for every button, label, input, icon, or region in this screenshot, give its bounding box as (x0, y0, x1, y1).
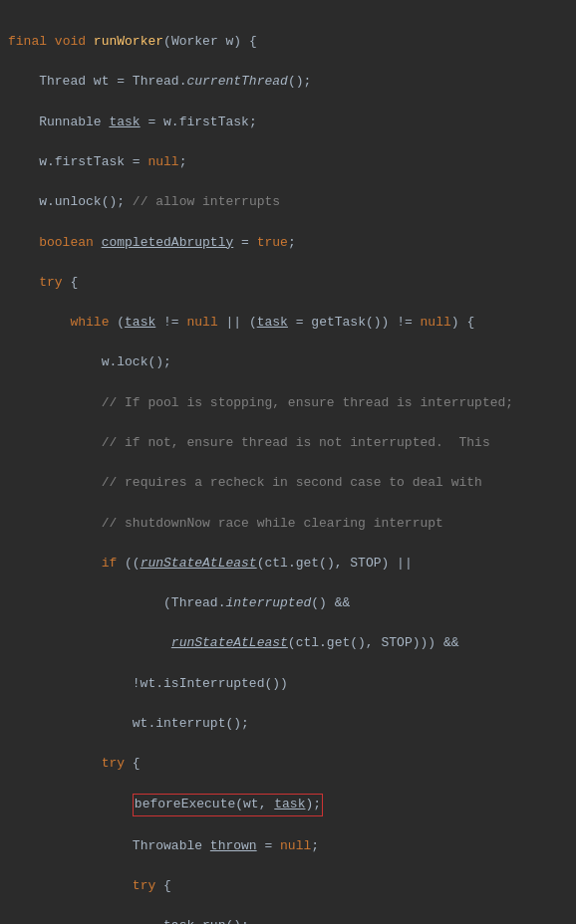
code-viewer: final void runWorker(Worker w) { Thread … (0, 8, 576, 924)
line-6: boolean completedAbruptly = true; (8, 233, 568, 253)
line-15: (Thread.interrupted() && (8, 593, 568, 613)
line-17: !wt.isInterrupted()) (8, 674, 568, 694)
line-10: // If pool is stopping, ensure thread is… (8, 393, 568, 413)
line-16: runStateAtLeast(ctl.get(), STOP))) && (8, 633, 568, 653)
line-21: Throwable thrown = null; (8, 836, 568, 856)
line-2: Thread wt = Thread.currentThread(); (8, 72, 568, 92)
line-14: if ((runStateAtLeast(ctl.get(), STOP) || (8, 554, 568, 574)
line-5: w.unlock(); // allow interrupts (8, 192, 568, 212)
line-9: w.lock(); (8, 352, 568, 372)
line-20: beforeExecute(wt, task); (8, 794, 568, 815)
line-12: // requires a recheck in second case to … (8, 473, 568, 493)
line-18: wt.interrupt(); (8, 714, 568, 734)
line-19: try { (8, 754, 568, 774)
line-11: // if not, ensure thread is not interrup… (8, 433, 568, 453)
line-8: while (task != null || (task = getTask()… (8, 313, 568, 333)
line-1: final void runWorker(Worker w) { (8, 32, 568, 52)
highlight-before-execute: beforeExecute(wt, task); (133, 794, 323, 815)
line-3: Runnable task = w.firstTask; (8, 113, 568, 132)
line-13: // shutdownNow race while clearing inter… (8, 514, 568, 534)
line-7: try { (8, 273, 568, 293)
line-22: try { (8, 876, 568, 896)
line-4: w.firstTask = null; (8, 152, 568, 172)
line-23: task.run(); (8, 916, 568, 924)
